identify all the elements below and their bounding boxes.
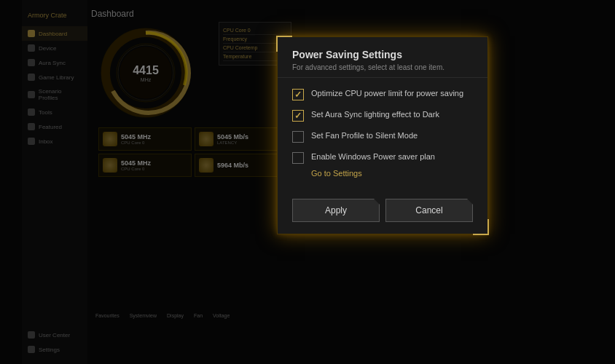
modal-title: Power Saving Settings xyxy=(292,49,473,60)
checkmark-0: ✓ xyxy=(294,90,302,99)
modal-subtitle: For advanced settings, select at least o… xyxy=(292,63,473,71)
checkbox-label-0: Optimize CPU power limit for power savin… xyxy=(311,88,463,99)
go-to-settings-link[interactable]: Go to Settings xyxy=(311,169,473,178)
modal-header: Power Saving Settings For advanced setti… xyxy=(278,37,487,78)
checkbox-windows-power[interactable]: Enable Windows Power saver plan xyxy=(292,151,473,164)
checkbox-aura-sync[interactable]: ✓ Set Aura Sync lighting effect to Dark xyxy=(292,109,473,122)
apply-button[interactable]: Apply xyxy=(292,199,380,222)
power-saving-modal: Power Saving Settings For advanced setti… xyxy=(277,36,488,234)
modal-footer: Apply Cancel xyxy=(278,191,487,234)
modal-body: ✓ Optimize CPU power limit for power sav… xyxy=(278,78,487,191)
cancel-button[interactable]: Cancel xyxy=(385,199,473,222)
checkbox-fan-silent[interactable]: Set Fan Profile to Silent Mode xyxy=(292,130,473,143)
checkbox-box-2[interactable] xyxy=(292,131,304,143)
checkbox-label-3: Enable Windows Power saver plan xyxy=(311,151,435,162)
checkbox-box-0[interactable]: ✓ xyxy=(292,89,304,100)
checkbox-optimize-cpu[interactable]: ✓ Optimize CPU power limit for power sav… xyxy=(292,88,473,100)
checkbox-label-2: Set Fan Profile to Silent Mode xyxy=(311,130,418,141)
checkmark-1: ✓ xyxy=(294,111,302,120)
checkbox-label-1: Set Aura Sync lighting effect to Dark xyxy=(311,109,439,120)
checkbox-box-3[interactable] xyxy=(292,152,304,164)
checkbox-box-1[interactable]: ✓ xyxy=(292,110,304,122)
